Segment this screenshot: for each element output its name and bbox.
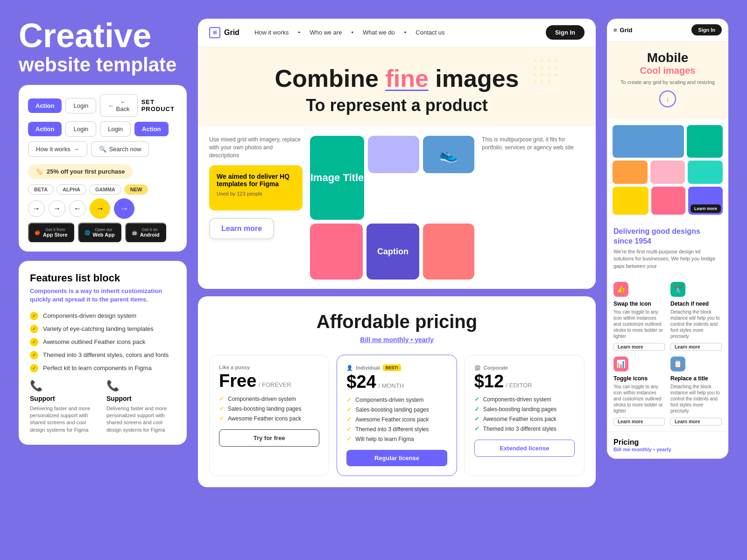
arrow-right-yellow[interactable]: → bbox=[90, 198, 110, 219]
feature-item-3: ✓ Awesome outlined Feather icons pack bbox=[30, 338, 176, 346]
feature-item-2: ✓ Variety of eye-catching landing templa… bbox=[30, 325, 176, 333]
mobile-cell-teal bbox=[688, 161, 723, 184]
caption-cell: Caption bbox=[366, 224, 419, 280]
svg-point-12 bbox=[534, 80, 536, 83]
grid-section: Use mixed grid with imagery, replace wit… bbox=[198, 126, 596, 289]
mobile-cell-yellow bbox=[613, 187, 648, 215]
nav-link-what[interactable]: What we do bbox=[363, 29, 395, 36]
action-button-2[interactable]: Action bbox=[28, 122, 62, 136]
how-it-works-button[interactable]: How it works → bbox=[28, 141, 87, 157]
tags-row: BETA ALPHA GAMMA NEW bbox=[28, 184, 177, 195]
login-button-2[interactable]: Login bbox=[65, 121, 96, 137]
arrow-left-1[interactable]: ← bbox=[69, 200, 86, 217]
tag-gamma: GAMMA bbox=[89, 184, 121, 195]
nav-links: How it works • Who we are • What we do •… bbox=[254, 29, 531, 36]
learn-more-link-1[interactable]: Learn more bbox=[613, 343, 665, 351]
promo-badge: 🏷️ 25% off your first purchase bbox=[28, 164, 133, 179]
individual-plan-button[interactable]: Regular license bbox=[346, 450, 447, 466]
action-button-1[interactable]: Action bbox=[28, 98, 62, 113]
free-plan-button[interactable]: Try for free bbox=[219, 429, 319, 447]
learn-more-link-3[interactable]: Learn more bbox=[613, 418, 665, 426]
android-button[interactable]: 🤖 Get it on Android bbox=[125, 223, 166, 242]
learn-more-link-2[interactable]: Learn more bbox=[670, 343, 722, 351]
check-icon-2: ✓ bbox=[30, 325, 38, 333]
pricing-card-corporate: 🏢 Corporate $12 / EDITOR ✓Components-dri… bbox=[465, 355, 585, 476]
svg-point-3 bbox=[534, 66, 536, 69]
arrow-right-purple[interactable]: → bbox=[114, 198, 134, 219]
mobile-info-title: Delivering good designs since 1954 bbox=[613, 227, 722, 246]
main-layout: Creative website template Action Login ←… bbox=[19, 19, 728, 487]
salmon-cell bbox=[423, 224, 474, 280]
mobile-hero-title: Mobile bbox=[613, 51, 722, 65]
web-app-button[interactable]: 🌐 Open our Web App bbox=[78, 223, 121, 242]
brand-label: SET PRODUCT bbox=[141, 98, 177, 112]
left-column: Creative website template Action Login ←… bbox=[19, 19, 187, 487]
svg-point-8 bbox=[548, 73, 550, 76]
tag-beta: BETA bbox=[28, 184, 54, 195]
arrows-row: → → ← → → bbox=[28, 198, 177, 219]
support-item-2: 📞 Support Delivering faster and more per… bbox=[106, 380, 176, 434]
svg-point-0 bbox=[534, 59, 536, 62]
nav-link-how[interactable]: How it works bbox=[254, 29, 289, 36]
mobile-cell-green bbox=[687, 125, 723, 158]
plan-feature: ✓Sales-boosting landing pages bbox=[219, 405, 319, 412]
mobile-feature-1: 👍 Swap the icon You can toggle to any ic… bbox=[613, 282, 665, 351]
tag-alpha: ALPHA bbox=[56, 184, 86, 195]
arrow-right-2[interactable]: → bbox=[49, 200, 65, 217]
svg-point-6 bbox=[534, 73, 536, 76]
action-button-3[interactable]: Action bbox=[134, 122, 168, 136]
mobile-hero: Mobile Cool images To create any grid by… bbox=[607, 42, 728, 119]
sign-in-button[interactable]: Sign In bbox=[546, 25, 585, 40]
plan-feature: ✓Sales-boosting landing pages bbox=[346, 406, 447, 413]
plan-feature: ✓Awesome Feather icons pack bbox=[219, 415, 319, 422]
mobile-info-desc: We're the first multi-purpose design kit… bbox=[613, 248, 722, 270]
search-button[interactable]: 🔍 Search now bbox=[91, 141, 149, 157]
plan-badge-corporate: 🏢 Corporate bbox=[474, 364, 575, 371]
button-row-1: Action Login ← ← Back SET PRODUCT bbox=[28, 94, 177, 117]
mobile-hero-desc: To create any grid by scaling and resizi… bbox=[613, 79, 722, 86]
back-button[interactable]: ← ← Back bbox=[100, 94, 137, 117]
grid-right-text: This is multipurpose grid, it fits for p… bbox=[482, 136, 585, 280]
button-row-2: Action Login Login Action bbox=[28, 121, 177, 137]
grid-left-text: Use mixed grid with imagery, replace wit… bbox=[209, 136, 303, 280]
nav-link-who[interactable]: Who we are bbox=[310, 29, 342, 36]
mobile-cell-hot-pink bbox=[651, 187, 686, 215]
support-item-1: 📞 Support Delivering faster and more per… bbox=[30, 380, 99, 434]
billing-monthly-link[interactable]: monthly bbox=[383, 336, 409, 343]
svg-point-11 bbox=[555, 73, 557, 76]
pricing-title: Affordable pricing bbox=[209, 311, 585, 332]
app-store-button[interactable]: 🍎 Get it from App Store bbox=[28, 223, 74, 242]
pricing-section: Affordable pricing Bill me monthly • yea… bbox=[198, 296, 596, 487]
support-icon-2: 📞 bbox=[106, 380, 176, 392]
best-badge: BEST! bbox=[383, 364, 401, 371]
website-preview: ⊞ Grid How it works • Who we are • What … bbox=[198, 19, 596, 289]
corporate-plan-button[interactable]: Extended license bbox=[474, 440, 575, 457]
svg-point-5 bbox=[548, 66, 550, 69]
login-button-1[interactable]: Login bbox=[65, 98, 96, 113]
mobile-features: 👍 Swap the icon You can toggle to any ic… bbox=[607, 276, 728, 431]
arrow-right-1[interactable]: → bbox=[28, 200, 45, 217]
mobile-feature-3: 📊 Toggle icons You can toggle to any ico… bbox=[613, 357, 665, 426]
mobile-cell-blue bbox=[613, 125, 684, 158]
mobile-sign-in-button[interactable]: Sign In bbox=[691, 24, 722, 35]
learn-more-badge[interactable]: Learn more bbox=[691, 204, 721, 213]
shoe-cell: 👟 bbox=[423, 136, 474, 173]
learn-more-link-4[interactable]: Learn more bbox=[670, 418, 722, 426]
login-button-3[interactable]: Login bbox=[100, 121, 131, 137]
plan-features-free: ✓Components-driven system ✓Sales-boostin… bbox=[219, 395, 319, 422]
svg-point-14 bbox=[548, 80, 550, 83]
mobile-pricing-title: Pricing bbox=[613, 438, 722, 447]
feature-item-4: ✓ Themed into 3 different styles, colors… bbox=[30, 351, 176, 359]
mobile-preview: ≡ Grid Sign In Mobile Cool images To cre… bbox=[607, 19, 728, 459]
plan-price-individual: $24 / MONTH bbox=[346, 373, 447, 391]
mobile-pricing: Pricing Bill me monthly • yearly bbox=[607, 431, 728, 459]
nav-link-contact[interactable]: Contact us bbox=[416, 29, 444, 36]
swap-icon: 👍 bbox=[613, 282, 628, 297]
learn-more-button[interactable]: Learn more bbox=[209, 218, 274, 239]
svg-point-7 bbox=[541, 73, 543, 76]
plan-feature: ✓Sales-boosting landing pages bbox=[474, 406, 575, 413]
support-row: 📞 Support Delivering faster and more per… bbox=[30, 380, 176, 434]
mobile-info: Delivering good designs since 1954 We're… bbox=[607, 220, 728, 276]
action-row-3: How it works → 🔍 Search now bbox=[28, 141, 177, 157]
replace-icon: 📋 bbox=[670, 357, 685, 371]
